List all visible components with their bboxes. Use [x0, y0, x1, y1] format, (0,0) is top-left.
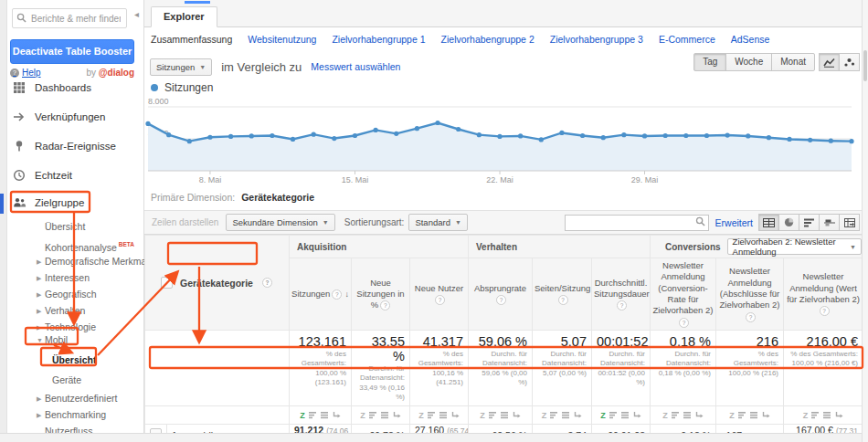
sort-dropdown[interactable]: Standard▼ — [408, 214, 468, 231]
booster-bars-desc-icon[interactable] — [672, 410, 680, 421]
sidebar-item-benutzerdefiniert[interactable]: ▶Benutzerdefiniert — [0, 391, 143, 406]
booster-bars-eq-icon[interactable] — [750, 410, 758, 421]
motion-chart-icon[interactable] — [839, 53, 860, 71]
sidebar-item-ger-te[interactable]: Geräte — [0, 373, 143, 388]
metric-dropdown[interactable]: Sitzungen▼ — [150, 58, 212, 76]
booster-bars-desc-icon[interactable] — [428, 410, 436, 421]
booster-bars-eq-icon[interactable] — [381, 410, 389, 421]
help-icon[interactable]: ? — [496, 295, 506, 305]
booster-bars-desc-icon[interactable] — [489, 410, 497, 421]
booster-flow-icon[interactable] — [574, 410, 582, 421]
booster-z-icon[interactable]: Z — [662, 411, 668, 420]
sidebar-item-mobil[interactable]: ▼Mobil — [0, 332, 143, 348]
sidebar-item-zielgruppe[interactable]: Zielgruppe — [0, 195, 143, 211]
help-link[interactable]: ? Help — [10, 68, 41, 78]
help-icon[interactable]: ? — [332, 289, 342, 300]
booster-z-icon[interactable]: Z — [542, 411, 547, 420]
booster-bars-desc-icon[interactable] — [369, 410, 377, 421]
select-metric-link[interactable]: Messwert auswählen — [311, 61, 400, 72]
help-icon[interactable]: ? — [435, 295, 445, 305]
scrollbar[interactable] — [862, 0, 868, 442]
column-header-neue-sitzungen-in-[interactable]: Neue Sitzungen in %? — [352, 258, 410, 331]
booster-bars-desc-icon[interactable] — [609, 410, 618, 421]
booster-flow-icon[interactable] — [762, 410, 770, 421]
sidebar-item-verhalten[interactable]: ▶Verhalten — [0, 303, 143, 319]
range-button-tag[interactable]: Tag — [693, 53, 726, 71]
range-button-monat[interactable]: Monat — [771, 53, 815, 71]
booster-bars-eq-icon[interactable] — [501, 410, 509, 421]
column-header-newsletter-anmeldung-wert-f-r-zielvorhaben-2-[interactable]: Newsletter Anmeldung (Wert für Zielvorha… — [784, 258, 863, 331]
subtab-zusammenfassung[interactable]: Zusammenfassung — [151, 34, 232, 45]
column-header-durchschnittl-sitzungsdauer[interactable]: Durchschnittl. Sitzungsdauer? — [592, 258, 651, 331]
sidebar-item-radar-ereignisse[interactable]: Radar-Ereignisse — [0, 139, 143, 154]
select-all-checkbox[interactable] — [161, 277, 173, 289]
help-icon[interactable]: ? — [617, 300, 627, 310]
help-icon[interactable]: ? — [558, 295, 568, 305]
comparison-view-icon[interactable] — [819, 214, 840, 231]
booster-bars-eq-icon[interactable] — [683, 410, 692, 421]
sidebar-item-benchmarking[interactable]: ▶Benchmarking — [0, 407, 143, 423]
search-input[interactable] — [29, 13, 122, 25]
category-header-label[interactable]: Gerätekategorie — [180, 278, 253, 289]
performance-view-icon[interactable] — [799, 214, 820, 231]
subtab-zielvorhabengruppe-1[interactable]: Zielvorhabengruppe 1 — [332, 34, 425, 45]
subtab-e-commerce[interactable]: E-Commerce — [659, 34, 715, 45]
booster-z-icon[interactable]: Z — [360, 411, 365, 420]
sidebar-item--bersicht[interactable]: Übersicht — [0, 353, 143, 368]
sidebar-item-interessen[interactable]: ▶Interessen — [0, 270, 143, 286]
booster-flow-icon[interactable] — [333, 410, 341, 421]
help-icon[interactable]: ? — [679, 318, 689, 328]
booster-z-icon[interactable]: Z — [729, 411, 735, 420]
column-header-neue-nutzer[interactable]: Neue Nutzer? — [410, 258, 469, 331]
sidebar-item-verkn-pfungen[interactable]: Verknüpfungen — [0, 110, 143, 125]
booster-z-icon[interactable]: Z — [300, 411, 305, 420]
booster-z-icon[interactable]: Z — [418, 411, 424, 420]
booster-bars-eq-icon[interactable] — [439, 410, 448, 421]
help-icon[interactable]: ? — [746, 312, 756, 322]
table-search[interactable] — [565, 215, 709, 231]
secondary-dimension-dropdown[interactable]: Sekundäre Dimension▼ — [226, 214, 334, 231]
sidebar-item--bersicht[interactable]: Übersicht — [0, 219, 143, 235]
column-header-seiten-sitzung[interactable]: Seiten/Sitzung? — [533, 258, 592, 331]
subtab-zielvorhabengruppe-2[interactable]: Zielvorhabengruppe 2 — [441, 34, 535, 45]
column-header-newsletter-anmeldung-conversion-rate-f-r-zielvorhaben-2-[interactable]: Newsletter Anmeldung (Conversion-Rate fü… — [651, 258, 716, 331]
help-icon[interactable]: ? — [380, 300, 390, 310]
table-search-input[interactable] — [568, 216, 695, 228]
booster-flow-icon[interactable] — [513, 410, 521, 421]
pivot-view-icon[interactable] — [839, 214, 860, 231]
sidebar-item-dashboards[interactable]: Dashboards — [0, 80, 143, 96]
tab-explorer[interactable]: Explorer — [151, 6, 217, 27]
booster-flow-icon[interactable] — [393, 410, 401, 421]
primary-dimension-value[interactable]: Gerätekategorie — [241, 192, 314, 203]
help-icon[interactable]: ? — [262, 278, 272, 288]
column-header-sitzungen[interactable]: Sitzungen?↓ — [290, 258, 352, 331]
subtab-websitenutzung[interactable]: Websitenutzung — [248, 34, 316, 45]
booster-bars-desc-icon[interactable] — [550, 410, 558, 421]
booster-bars-desc-icon[interactable] — [738, 410, 746, 421]
scrollbar-thumb[interactable] — [863, 50, 867, 81]
sidebar-item-echtzeit[interactable]: Echtzeit — [0, 168, 143, 184]
sidebar-search[interactable] — [12, 8, 127, 28]
booster-bars-eq-icon[interactable] — [621, 410, 630, 421]
deactivate-table-booster-button[interactable]: Deactivate Table Booster — [10, 39, 134, 64]
booster-flow-icon[interactable] — [633, 410, 641, 421]
booster-bars-desc-icon[interactable] — [309, 410, 317, 421]
booster-flow-icon[interactable] — [835, 410, 843, 421]
column-header-newsletter-anmeldung-abschl-sse-f-r-zielvorhaben-2-[interactable]: Newsletter Anmeldung (Abschlüsse für Zie… — [716, 258, 784, 331]
subtab-adsense[interactable]: AdSense — [731, 34, 770, 45]
line-chart-icon[interactable] — [819, 53, 840, 71]
sidebar-item-kohortenanalyse[interactable]: KohortenanalyseBETA — [0, 237, 143, 252]
subtab-zielvorhabengruppe-3[interactable]: Zielvorhabengruppe 3 — [550, 34, 643, 45]
booster-bars-desc-icon[interactable] — [811, 410, 820, 421]
booster-flow-icon[interactable] — [695, 410, 704, 421]
booster-z-icon[interactable]: Z — [803, 411, 809, 420]
booster-flow-icon[interactable] — [451, 410, 460, 421]
help-icon[interactable]: ? — [820, 306, 830, 316]
booster-z-icon[interactable]: Z — [480, 411, 485, 420]
category-header-cell[interactable]: Gerätekategorie? — [145, 236, 290, 331]
booster-bars-eq-icon[interactable] — [562, 410, 570, 421]
pie-view-icon[interactable] — [778, 214, 799, 231]
author-link[interactable]: @dialog — [99, 68, 134, 78]
sidebar-item-demografische-merkmale[interactable]: ▶Demografische Merkmale — [0, 254, 143, 269]
advanced-link[interactable]: Erweitert — [715, 217, 753, 228]
